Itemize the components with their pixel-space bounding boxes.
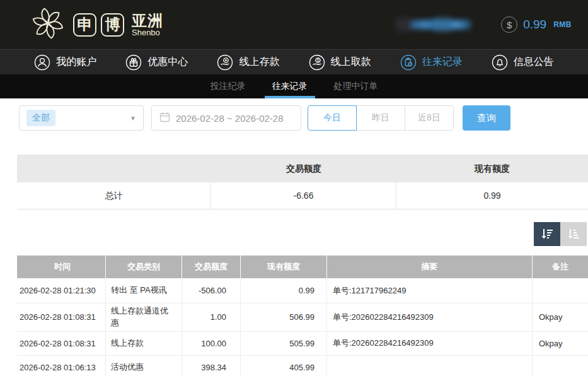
balance-display[interactable]: $ 0.99 RMB (501, 16, 572, 33)
sub-nav: 投注纪录 往来记录 处理中订单 (0, 74, 588, 98)
sort-asc-icon[interactable] (560, 222, 587, 246)
username-blurred[interactable] (395, 16, 477, 33)
cell-remark: Okpay (533, 303, 588, 332)
nav-item-transaction-records[interactable]: 往来记录 (400, 54, 463, 71)
today-button[interactable]: 今日 (308, 105, 357, 131)
cell-time: 2026-02-28 01:08:31 (17, 332, 106, 356)
sort-controls (0, 222, 587, 246)
cell-time: 2026-02-28 01:08:31 (17, 303, 106, 332)
date-range-input[interactable]: 2026-02-28 ~ 2026-02-28 (151, 105, 301, 131)
tab-betting-records[interactable]: 投注纪录 (207, 74, 250, 98)
nav-label: 线上取款 (331, 56, 371, 69)
summary-total-label: 总计 (17, 182, 211, 209)
cell-summary: 单号:202602284216492309 (327, 332, 533, 356)
last-8-days-button[interactable]: 近8日 (405, 105, 454, 131)
cell-time: 2026-02-28 01:21:30 (17, 278, 106, 303)
summary-header-row: 交易额度 现有额度 (17, 155, 588, 182)
nav-label: 线上存款 (239, 56, 279, 69)
balance-currency: RMB (553, 20, 572, 29)
flower-logo-icon (29, 4, 67, 45)
chevron-down-icon: ▼ (130, 115, 136, 122)
nav-label: 优惠中心 (147, 56, 188, 69)
cell-balance: 405.99 (241, 356, 327, 376)
records-icon (400, 54, 417, 71)
quick-date-buttons: 今日 昨日 近8日 (308, 105, 454, 131)
main-nav: 我的账户 优惠中心 线上存款 (0, 49, 588, 74)
cell-amount: 100.00 (182, 332, 241, 356)
nav-label: 信息公告 (514, 56, 554, 69)
cell-amount: 398.34 (182, 356, 241, 376)
nav-item-announcements[interactable]: 信息公告 (492, 54, 554, 71)
col-header-remark: 备注 (533, 256, 588, 278)
yesterday-button[interactable]: 昨日 (356, 105, 405, 131)
logo-region-text: 亚洲 (132, 13, 163, 28)
cell-balance: 505.99 (241, 332, 327, 356)
records-table: 时间 交易类别 交易额度 现有额度 摘要 备注 2026-02-28 01:21… (17, 256, 588, 376)
type-dropdown[interactable]: 全部 ▼ (19, 105, 144, 131)
table-row: 2026-02-28 01:08:31 线上存款 100.00 505.99 单… (17, 332, 588, 356)
table-row: 2026-02-28 01:08:31 线上存款通道优惠 1.00 506.99… (17, 303, 588, 332)
table-row: 2026-02-28 01:21:30 转出 至 PA视讯 -506.00 0.… (17, 278, 588, 303)
summary-total-balance: 0.99 (396, 182, 588, 209)
cell-balance: 0.99 (241, 278, 327, 303)
calendar-icon (159, 112, 170, 125)
gift-icon (125, 54, 142, 71)
dollar-circle-icon: $ (501, 16, 517, 33)
user-icon (34, 54, 50, 71)
dropdown-selected-value: 全部 (26, 110, 55, 126)
summary-header-empty (17, 155, 211, 182)
summary-total-amount: -6.66 (211, 182, 396, 209)
cell-type: 活动优惠 (106, 356, 182, 376)
logo-characters: 申 博 (73, 13, 124, 37)
cell-type: 转出 至 PA视讯 (106, 278, 182, 303)
logo-char-shen: 申 (73, 13, 96, 37)
nav-item-deposit[interactable]: 线上存款 (217, 54, 279, 71)
search-button[interactable]: 查询 (463, 105, 510, 131)
tab-pending-orders[interactable]: 处理中订单 (330, 74, 382, 98)
withdraw-icon: $ (309, 54, 325, 71)
col-header-time: 时间 (17, 256, 106, 278)
summary-total-row: 总计 -6.66 0.99 (17, 182, 588, 209)
nav-item-withdraw[interactable]: $ 线上取款 (309, 54, 371, 71)
balance-amount: 0.99 (523, 18, 546, 32)
page: 申 博 亚洲 Shenbo $ 0.99 RMB (0, 0, 588, 376)
logo-subtitle: Shenbo (132, 28, 163, 37)
top-bar: 申 博 亚洲 Shenbo $ 0.99 RMB (0, 0, 588, 49)
cell-type: 线上存款 (106, 332, 182, 356)
cell-remark: Okpay (533, 332, 588, 356)
date-range-value: 2026-02-28 ~ 2026-02-28 (176, 113, 284, 124)
records-header-row: 时间 交易类别 交易额度 现有额度 摘要 备注 (17, 256, 588, 278)
table-row: 2026-02-28 01:06:13 活动优惠 398.34 405.99 (17, 356, 588, 376)
nav-label: 我的账户 (56, 56, 96, 69)
tab-transaction-records[interactable]: 往来记录 (268, 74, 311, 98)
nav-item-my-account[interactable]: 我的账户 (34, 54, 96, 71)
cell-summary (327, 356, 533, 376)
cell-type: 线上存款通道优惠 (106, 303, 182, 332)
col-header-type: 交易类别 (106, 256, 182, 278)
logo-char-bo: 博 (101, 13, 124, 37)
bell-icon (492, 54, 508, 71)
cell-amount: 1.00 (182, 303, 241, 332)
summary-header-amount: 交易额度 (211, 155, 396, 182)
cell-summary: 单号:121717962249 (327, 278, 533, 303)
cell-summary: 单号:202602284216492309 (327, 303, 533, 332)
nav-label: 往来记录 (422, 56, 463, 69)
site-logo[interactable]: 申 博 亚洲 Shenbo (29, 4, 163, 45)
cell-remark (533, 356, 588, 376)
summary-table: 交易额度 现有额度 总计 -6.66 0.99 (17, 155, 588, 209)
col-header-amount: 交易额度 (182, 256, 241, 278)
deposit-icon (217, 54, 233, 71)
summary-header-balance: 现有额度 (396, 155, 588, 182)
nav-item-promotions[interactable]: 优惠中心 (125, 54, 188, 71)
col-header-balance: 现有额度 (241, 256, 327, 278)
sort-desc-icon[interactable] (534, 222, 560, 246)
cell-balance: 506.99 (241, 303, 327, 332)
cell-time: 2026-02-28 01:06:13 (17, 356, 106, 376)
svg-text:$: $ (316, 58, 319, 62)
filter-bar: 全部 ▼ 2026-02-28 ~ 2026-02-28 今日 昨日 近8日 查… (19, 105, 588, 131)
col-header-summary: 摘要 (327, 256, 533, 278)
cell-remark (533, 278, 588, 303)
cell-amount: -506.00 (182, 278, 241, 303)
